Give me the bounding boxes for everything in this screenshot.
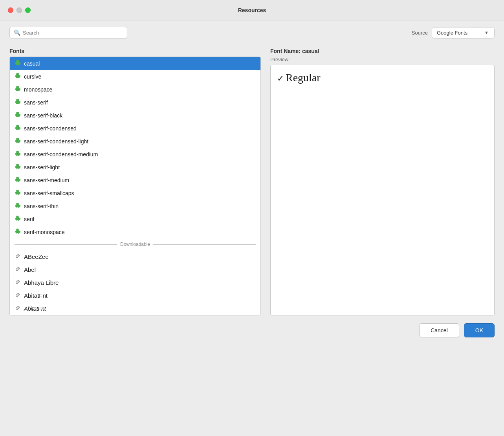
search-input[interactable]: [23, 30, 123, 36]
svg-rect-61: [15, 140, 16, 142]
svg-rect-43: [16, 116, 17, 117]
svg-rect-110: [16, 205, 20, 207]
source-section: Source Google Fonts ▼: [412, 27, 495, 38]
svg-rect-72: [20, 153, 20, 155]
toolbar: 🔍 Source Google Fonts ▼: [0, 20, 504, 45]
svg-rect-24: [18, 90, 19, 91]
font-list-item[interactable]: sans-serif-condensed-light: [10, 135, 260, 148]
font-list-item[interactable]: sans-serif-thin: [10, 200, 260, 213]
font-item-name: sans-serif-medium: [24, 177, 69, 183]
search-icon: 🔍: [14, 29, 20, 36]
svg-rect-13: [16, 77, 17, 78]
font-list-item[interactable]: sans-serif-black: [10, 109, 260, 122]
font-item-name: monospace: [24, 86, 52, 93]
font-item-name: cursive: [24, 73, 41, 80]
font-list-item[interactable]: AbitatFnt: [10, 302, 260, 315]
window-title: Resources: [238, 7, 266, 13]
font-list-item[interactable]: cursive: [10, 70, 260, 83]
font-list-item[interactable]: sans-serif-condensed-medium: [10, 148, 260, 161]
svg-rect-104: [18, 194, 19, 195]
svg-rect-130: [16, 231, 20, 233]
svg-rect-81: [15, 166, 16, 168]
font-item-name: AbitatFnt: [24, 305, 46, 312]
svg-rect-30: [16, 101, 20, 104]
font-list-item[interactable]: Abhaya Libre: [10, 276, 260, 289]
svg-rect-124: [18, 220, 19, 221]
font-list[interactable]: casual cursive monospace: [10, 57, 260, 315]
svg-rect-2: [20, 62, 20, 64]
font-item-name: serif-monospace: [24, 229, 65, 235]
svg-rect-91: [15, 179, 16, 181]
svg-rect-10: [16, 75, 20, 78]
svg-rect-1: [15, 62, 16, 64]
font-list-item[interactable]: sans-serif-condensed: [10, 122, 260, 135]
font-item-name: serif: [24, 216, 34, 222]
font-list-container: casual cursive monospace: [9, 57, 261, 315]
close-button[interactable]: [8, 7, 13, 13]
svg-rect-103: [16, 194, 17, 195]
svg-rect-133: [16, 233, 17, 234]
svg-rect-83: [16, 168, 17, 169]
font-item-name: sans-serif-condensed: [24, 125, 77, 132]
svg-rect-42: [20, 114, 20, 116]
svg-rect-14: [18, 77, 19, 78]
source-label: Source: [412, 30, 428, 36]
svg-rect-40: [16, 114, 20, 117]
svg-rect-20: [16, 88, 20, 91]
svg-rect-123: [16, 220, 17, 221]
font-list-item[interactable]: casual: [10, 57, 260, 70]
svg-rect-120: [16, 218, 20, 220]
svg-rect-33: [16, 103, 17, 104]
font-list-item[interactable]: monospace: [10, 83, 260, 96]
search-box[interactable]: 🔍: [9, 27, 127, 38]
font-list-item[interactable]: sans-serif: [10, 96, 260, 109]
link-icon: [15, 279, 21, 286]
font-list-item[interactable]: AbitatFnt: [10, 289, 260, 302]
android-icon: [15, 60, 21, 67]
maximize-button[interactable]: [25, 7, 31, 13]
svg-rect-4: [18, 64, 19, 65]
minimize-button[interactable]: [16, 7, 22, 13]
svg-rect-111: [15, 205, 16, 207]
font-name-header: Font Name: casual: [270, 45, 495, 57]
svg-rect-23: [16, 90, 17, 91]
android-icon: [15, 137, 21, 145]
android-icon: [15, 125, 21, 132]
font-list-item[interactable]: serif: [10, 213, 260, 225]
svg-rect-101: [15, 192, 16, 194]
svg-rect-82: [20, 166, 20, 168]
android-icon: [15, 189, 21, 197]
preview-text: ✓Regular: [277, 71, 488, 84]
svg-rect-132: [20, 231, 20, 233]
ok-button[interactable]: OK: [464, 323, 495, 337]
svg-rect-63: [16, 142, 17, 143]
font-list-item[interactable]: ABeeZee: [10, 250, 260, 263]
svg-rect-11: [15, 75, 16, 77]
svg-rect-31: [15, 101, 16, 103]
svg-rect-41: [15, 114, 16, 116]
font-item-name: sans-serif: [24, 99, 48, 106]
font-item-name: sans-serif-condensed-medium: [24, 151, 98, 158]
android-icon: [15, 176, 21, 184]
font-item-name: sans-serif-black: [24, 112, 62, 119]
font-list-item[interactable]: sans-serif-smallcaps: [10, 187, 260, 200]
font-list-item[interactable]: sans-serif-light: [10, 161, 260, 174]
font-item-name: Abel: [24, 266, 36, 273]
svg-rect-74: [18, 155, 19, 156]
preview-label: Preview: [270, 57, 495, 62]
panels-row: Fonts casual cursive: [0, 45, 504, 315]
android-icon: [15, 215, 21, 223]
svg-rect-21: [15, 88, 16, 90]
svg-rect-60: [16, 140, 20, 143]
source-dropdown[interactable]: Google Fonts ▼: [432, 27, 495, 38]
font-item-name: AbitatFnt: [24, 292, 48, 299]
font-list-item[interactable]: Abel: [10, 263, 260, 276]
cancel-button[interactable]: Cancel: [419, 323, 459, 337]
svg-rect-94: [18, 181, 19, 182]
font-item-name: ABeeZee: [24, 253, 49, 260]
svg-rect-34: [18, 103, 19, 104]
svg-rect-3: [16, 64, 17, 65]
font-list-item[interactable]: serif-monospace: [10, 225, 260, 238]
svg-rect-100: [16, 192, 20, 194]
font-list-item[interactable]: sans-serif-medium: [10, 174, 260, 187]
